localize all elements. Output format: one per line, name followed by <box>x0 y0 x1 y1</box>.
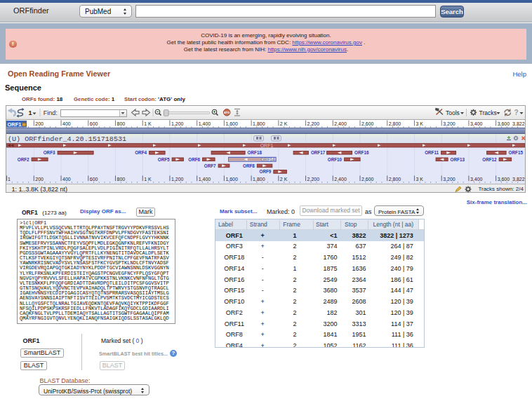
svg-text:2,600: 2,600 <box>361 177 374 182</box>
svg-text:800: 800 <box>117 121 125 126</box>
svg-text:ORF15: ORF15 <box>509 150 524 155</box>
svg-text:ORF6: ORF6 <box>188 157 200 162</box>
svg-text:800: 800 <box>117 177 125 182</box>
svg-text:3,400: 3,400 <box>470 121 483 126</box>
svg-text:3,600: 3,600 <box>498 177 510 182</box>
svg-text:ORF14: ORF14 <box>260 157 275 162</box>
svg-text:1,800: 1,800 <box>253 121 265 126</box>
svg-text:400: 400 <box>62 177 71 182</box>
svg-text:2 K: 2 K <box>280 177 288 182</box>
svg-text:Tools: Tools <box>446 109 460 116</box>
svg-text:ORF17: ORF17 <box>311 150 326 155</box>
svg-text:600: 600 <box>90 121 98 126</box>
svg-text:2,400: 2,400 <box>334 121 347 126</box>
svg-text:ORF2: ORF2 <box>18 157 29 162</box>
svg-text:ORF1: ORF1 <box>8 121 22 128</box>
svg-text:ORF9: ORF9 <box>260 169 272 174</box>
svg-text:1 K: 1 K <box>144 177 152 182</box>
svg-text:ORF11: ORF11 <box>425 150 439 155</box>
svg-text:3,600: 3,600 <box>498 121 510 126</box>
svg-text:2,800: 2,800 <box>389 121 401 126</box>
svg-text:1,600: 1,600 <box>225 177 238 182</box>
svg-text:ORF4: ORF4 <box>135 150 147 155</box>
svg-text:ORF1: ORF1 <box>260 143 274 148</box>
svg-text:ORF5: ORF5 <box>158 157 170 162</box>
svg-text:2,200: 2,200 <box>307 121 320 126</box>
svg-text:200: 200 <box>35 177 44 182</box>
svg-text:2,400: 2,400 <box>334 177 347 182</box>
svg-text:ORF8: ORF8 <box>243 163 255 168</box>
svg-text:2 K: 2 K <box>280 121 288 126</box>
svg-text:ORF10: ORF10 <box>328 157 343 162</box>
svg-text:1,200: 1,200 <box>171 177 184 182</box>
svg-text:1,600: 1,600 <box>225 121 238 126</box>
svg-text:3,822: 3,822 <box>512 177 525 182</box>
svg-text:3,400: 3,400 <box>470 177 483 182</box>
svg-text:1,400: 1,400 <box>199 121 211 126</box>
svg-text:3,822: 3,822 <box>512 121 525 126</box>
svg-text:200: 200 <box>35 121 44 126</box>
svg-text:(U) ORFfinder_4.20.151718531: (U) ORFfinder_4.20.151718531 <box>8 135 126 143</box>
svg-text:400: 400 <box>62 121 71 126</box>
svg-text:ORF18: ORF18 <box>248 150 262 155</box>
svg-text:2,800: 2,800 <box>389 177 401 182</box>
svg-text:2,600: 2,600 <box>361 121 374 126</box>
svg-text:ATG: ATG <box>224 111 230 114</box>
svg-text:1 K: 1 K <box>144 121 152 126</box>
svg-text:3,200: 3,200 <box>443 121 455 126</box>
svg-text:1,800: 1,800 <box>253 177 265 182</box>
svg-text:ORF7: ORF7 <box>204 163 216 168</box>
svg-text:ORF3: ORF3 <box>44 150 55 155</box>
svg-text:1: 1 <box>8 177 11 182</box>
svg-text:2,200: 2,200 <box>307 177 320 182</box>
svg-text:?: ? <box>514 109 519 116</box>
svg-text:3 K: 3 K <box>415 121 423 126</box>
svg-text:ORF12: ORF12 <box>482 157 497 162</box>
svg-text:3,200: 3,200 <box>443 177 455 182</box>
svg-text:ORF13: ORF13 <box>451 157 465 162</box>
svg-text:ORF16: ORF16 <box>354 150 369 155</box>
svg-text:Tracks: Tracks <box>479 109 497 116</box>
svg-text:600: 600 <box>90 177 98 182</box>
svg-text:3 K: 3 K <box>415 177 423 182</box>
svg-text:1,400: 1,400 <box>199 177 211 182</box>
svg-text:1,200: 1,200 <box>171 121 184 126</box>
